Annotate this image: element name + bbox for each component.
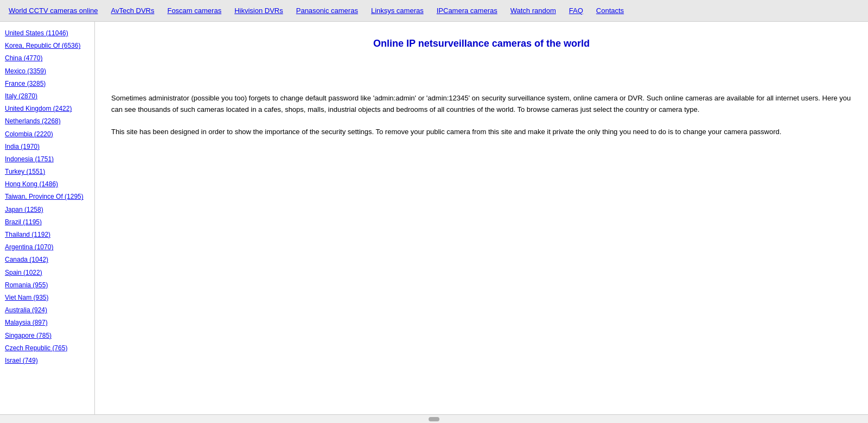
nav-link-hikvision-dvrs[interactable]: Hikvision DVRs [231, 4, 286, 17]
sidebar-item-th[interactable]: Thailand (1192) [3, 229, 92, 241]
nav-link-panasonic-cameras[interactable]: Panasonic cameras [293, 4, 361, 17]
sidebar-item-hk[interactable]: Hong Kong (1486) [3, 178, 92, 191]
sidebar-item-il[interactable]: Israel (749) [3, 355, 92, 367]
nav-link-linksys-cameras[interactable]: Linksys cameras [368, 4, 427, 17]
scrollbar-thumb[interactable] [429, 417, 439, 418]
sidebar-item-cn[interactable]: China (4770) [3, 52, 92, 65]
sidebar-item-au[interactable]: Australia (924) [3, 304, 92, 317]
description-paragraph-2: This site has been designed in order to … [111, 127, 852, 138]
nav-link-faq[interactable]: FAQ [566, 4, 586, 17]
sidebar-item-in[interactable]: India (1970) [3, 141, 92, 153]
sidebar-item-sg[interactable]: Singapore (785) [3, 330, 92, 342]
nav-link-avtech-dvrs[interactable]: AvTech DVRs [107, 4, 157, 17]
sidebar-item-nl[interactable]: Netherlands (2268) [3, 115, 92, 128]
sidebar-item-mx[interactable]: Mexico (3359) [3, 65, 92, 78]
sidebar-item-ca[interactable]: Canada (1042) [3, 254, 92, 266]
nav-link-ipcamera-cameras[interactable]: IPCamera cameras [433, 4, 501, 17]
sidebar-item-jp[interactable]: Japan (1258) [3, 204, 92, 216]
sidebar-item-es[interactable]: Spain (1022) [3, 267, 92, 279]
sidebar-item-fr[interactable]: France (3285) [3, 78, 92, 90]
sidebar: United States (11046)Korea, Republic Of … [0, 22, 95, 418]
sidebar-item-us[interactable]: United States (11046) [3, 27, 92, 40]
sidebar-item-id[interactable]: Indonesia (1751) [3, 153, 92, 166]
sidebar-item-vn[interactable]: Viet Nam (935) [3, 292, 92, 304]
sidebar-item-kr[interactable]: Korea, Republic Of (6536) [3, 40, 92, 52]
nav-link-watch-random[interactable]: Watch random [507, 4, 559, 17]
sidebar-item-co[interactable]: Colombia (2220) [3, 128, 92, 141]
sidebar-item-tr[interactable]: Turkey (1551) [3, 166, 92, 178]
sidebar-item-uk[interactable]: United Kingdom (2422) [3, 103, 92, 115]
nav-link-world-cctv[interactable]: World CCTV cameras online [5, 4, 101, 17]
description-paragraph-1: Sometimes administrator (possible you to… [111, 93, 852, 116]
nav-link-contacts[interactable]: Contacts [593, 4, 627, 17]
nav-link-foscam-cameras[interactable]: Foscam cameras [164, 4, 225, 17]
sidebar-item-it[interactable]: Italy (2870) [3, 90, 92, 103]
bottom-scrollbar[interactable] [0, 414, 868, 418]
navigation-bar: World CCTV cameras onlineAvTech DVRsFosc… [0, 0, 868, 22]
sidebar-item-br[interactable]: Brazil (1195) [3, 216, 92, 229]
sidebar-item-tw[interactable]: Taiwan, Province Of (1295) [3, 191, 92, 203]
sidebar-item-cz[interactable]: Czech Republic (765) [3, 342, 92, 355]
sidebar-item-ar[interactable]: Argentina (1070) [3, 241, 92, 254]
sidebar-item-my[interactable]: Malaysia (897) [3, 317, 92, 329]
page-title: Online IP netsurveillance cameras of the… [111, 38, 852, 49]
content-area: Online IP netsurveillance cameras of the… [95, 22, 868, 418]
main-layout: United States (11046)Korea, Republic Of … [0, 22, 868, 418]
description: Sometimes administrator (possible you to… [111, 93, 852, 137]
sidebar-item-ro[interactable]: Romania (955) [3, 279, 92, 292]
